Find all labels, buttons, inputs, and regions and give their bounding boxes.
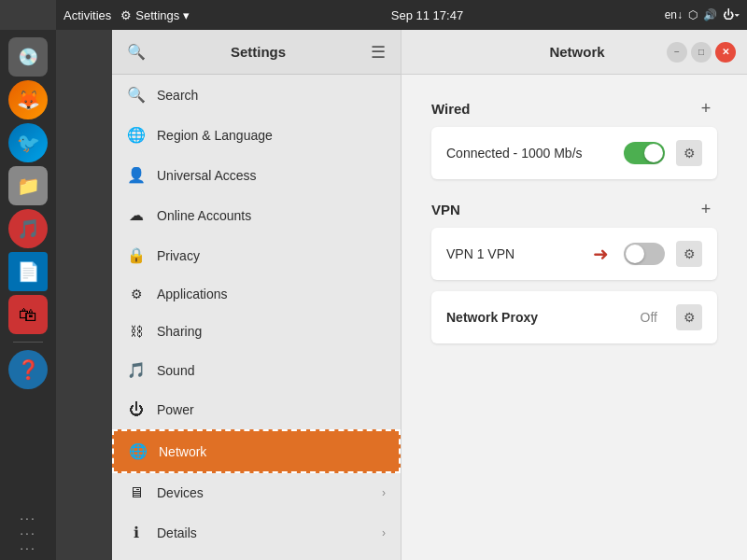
sidebar-item-label: Details <box>157 525 197 540</box>
sidebar-item-label: Online Accounts <box>157 208 251 223</box>
power-menu-icon[interactable]: ⏻▾ <box>723 8 740 21</box>
minimize-button[interactable]: − <box>667 42 687 63</box>
close-button[interactable]: ✕ <box>715 42 736 63</box>
wired-section-header: Wired + <box>431 97 717 119</box>
dock-icon-libreoffice[interactable]: 📄 <box>8 252 48 291</box>
sidebar-item-label: Power <box>157 402 194 417</box>
sidebar-item-devices[interactable]: 🖥 Devices › <box>112 473 401 512</box>
sidebar-item-label: Devices <box>157 485 204 500</box>
volume-icon[interactable]: 🔊 <box>703 8 717 21</box>
page-title: Network <box>487 44 667 60</box>
main-titlebar: Network − □ ✕ <box>402 30 747 75</box>
sidebar-item-power[interactable]: ⏻ Power <box>112 390 401 429</box>
sidebar-item-privacy[interactable]: 🔒 Privacy <box>112 235 401 275</box>
search-icon: 🔍 <box>127 86 146 104</box>
network-settings-body: Wired + Connected - 1000 Mb/s ⚙ VPN + <box>402 75 747 560</box>
settings-menu-arrow: ▾ <box>183 8 190 22</box>
wired-connection-label: Connected - 1000 Mb/s <box>446 146 613 161</box>
dock-icon-rhythmbox[interactable]: 🎵 <box>8 209 48 248</box>
vpn-section-title: VPN <box>431 202 460 217</box>
sidebar-title: Settings <box>231 44 286 60</box>
topbar: Activities ⚙ Settings ▾ Sep 11 17:47 en↓… <box>56 0 747 30</box>
sound-icon: 🎵 <box>127 361 146 379</box>
sidebar-item-network[interactable]: 🌐 Network <box>112 429 401 473</box>
network-icon: 🌐 <box>129 442 148 460</box>
sidebar-item-sharing[interactable]: ⛓ Sharing <box>112 313 401 350</box>
settings-gear-icon: ⚙ <box>120 8 132 22</box>
application-dock: 💿 🦊 🐦 📁 🎵 📄 🛍 ❓ ········· <box>0 30 56 560</box>
devices-icon: 🖥 <box>127 484 146 501</box>
sidebar-item-label: Sharing <box>157 324 202 339</box>
dock-icon-firefox[interactable]: 🦊 <box>8 80 48 119</box>
dock-separator <box>13 342 43 343</box>
sidebar-item-label: Privacy <box>157 248 200 263</box>
sidebar-items-list: 🔍 Search 🌐 Region & Language 👤 Universal… <box>112 75 401 560</box>
dock-icon-help[interactable]: ❓ <box>8 350 48 389</box>
applications-icon: ⚙ <box>127 287 146 301</box>
dock-icon-files[interactable]: 💿 <box>8 37 48 77</box>
sidebar-item-label: Applications <box>157 287 228 301</box>
sidebar-item-online-accounts[interactable]: ☁ Online Accounts <box>112 195 401 235</box>
wired-connection-card: Connected - 1000 Mb/s ⚙ <box>431 127 717 179</box>
sidebar-item-label: Sound <box>157 363 194 378</box>
sidebar-header: 🔍 Settings ☰ <box>112 30 401 75</box>
sidebar-item-search[interactable]: 🔍 Search <box>112 75 401 115</box>
datetime-display: Sep 11 17:47 <box>391 8 463 22</box>
dock-icon-software-center[interactable]: 🛍 <box>8 295 48 334</box>
proxy-settings-button[interactable]: ⚙ <box>676 304 702 330</box>
globe-icon: 🌐 <box>127 126 146 144</box>
wired-section-title: Wired <box>431 101 471 117</box>
sidebar-item-universal-access[interactable]: 👤 Universal Access <box>112 155 401 195</box>
lang-indicator[interactable]: en↓ <box>665 8 683 21</box>
network-proxy-card: Network Proxy Off ⚙ <box>431 291 717 343</box>
wired-toggle[interactable] <box>624 142 665 164</box>
network-status-icon: ⬡ <box>688 8 698 21</box>
proxy-status: Off <box>641 310 657 325</box>
sidebar-item-label: Network <box>159 444 206 459</box>
person-icon: 👤 <box>127 166 146 184</box>
dock-icon-nautilus[interactable]: 📁 <box>8 166 48 205</box>
sidebar-item-label: Search <box>157 88 198 103</box>
sidebar-item-sound[interactable]: 🎵 Sound <box>112 350 401 390</box>
chevron-right-icon: › <box>382 526 386 539</box>
sidebar-item-region[interactable]: 🌐 Region & Language <box>112 115 401 155</box>
sidebar-item-label: Region & Language <box>157 128 273 143</box>
cloud-icon: ☁ <box>127 206 146 224</box>
wired-add-button[interactable]: + <box>695 97 717 119</box>
vpn-toggle[interactable] <box>624 243 665 265</box>
sharing-icon: ⛓ <box>127 324 146 339</box>
sidebar-item-label: Universal Access <box>157 168 257 183</box>
info-icon: ℹ <box>127 524 146 541</box>
dock-icon-thunderbird[interactable]: 🐦 <box>8 123 48 162</box>
sidebar: 🔍 Settings ☰ 🔍 Search 🌐 Region & Languag… <box>112 30 402 560</box>
maximize-button[interactable]: □ <box>691 42 712 63</box>
wired-settings-button[interactable]: ⚙ <box>676 140 702 166</box>
sidebar-item-applications[interactable]: ⚙ Applications <box>112 275 401 313</box>
vpn-arrow-icon: ➜ <box>593 243 609 265</box>
vpn-connection-card: VPN 1 VPN ➜ ⚙ <box>431 228 717 280</box>
toggle-knob <box>644 144 663 162</box>
settings-window: 🔍 Settings ☰ 🔍 Search 🌐 Region & Languag… <box>112 30 747 560</box>
settings-app-label: Settings <box>135 8 179 22</box>
window-controls: − □ ✕ <box>667 42 736 63</box>
search-icon: 🔍 <box>127 43 146 61</box>
sidebar-menu-icon[interactable]: ☰ <box>371 42 386 63</box>
settings-app-menu[interactable]: ⚙ Settings ▾ <box>120 8 190 22</box>
vpn-settings-button[interactable]: ⚙ <box>676 241 702 267</box>
dock-icon-show-apps[interactable]: ········· <box>8 513 48 553</box>
vpn-section-header: VPN + <box>431 198 717 220</box>
main-panel: Network − □ ✕ Wired + Connected - 1000 M… <box>402 30 747 560</box>
toggle-knob <box>626 245 644 263</box>
lock-icon: 🔒 <box>127 246 146 264</box>
vpn-connection-label: VPN 1 VPN <box>446 246 582 261</box>
vpn-add-button[interactable]: + <box>695 198 717 220</box>
sidebar-item-details[interactable]: ℹ Details › <box>112 512 401 553</box>
power-icon: ⏻ <box>127 401 146 418</box>
proxy-label: Network Proxy <box>446 310 629 325</box>
activities-button[interactable]: Activities <box>63 8 111 22</box>
chevron-right-icon: › <box>382 486 386 499</box>
